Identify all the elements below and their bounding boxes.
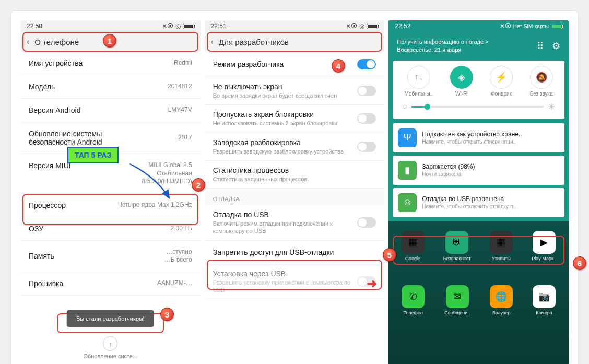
tap-5-times-label: ТАП 5 РАЗ (67, 147, 119, 163)
signal-icon: ◎ (175, 22, 181, 30)
brightness-high-icon: ☀ (548, 102, 555, 112)
play-icon: ▶ (533, 231, 556, 254)
app-messages[interactable]: ✉Сообщени.. (444, 285, 470, 315)
toggle-usb-debug[interactable] (357, 217, 376, 228)
home-screen: ▦Google ⛨Безопасност ▦Утилиты ▶Play Марк… (388, 221, 569, 364)
notif-usb-debug[interactable]: ☺ Отладка по USB разрешенаНажмите, чтобы… (393, 188, 564, 217)
row-revoke-usb[interactable]: Запретить доступ для USB-отладки (205, 241, 385, 264)
silent-icon: 🔕 (530, 66, 553, 89)
grid-icon[interactable]: ⠿ (537, 40, 544, 52)
badge-3: 3 (160, 308, 174, 321)
wifi-icon: ◈ (450, 66, 473, 89)
battery-charging-icon: ▮ (398, 161, 417, 180)
weather-bar[interactable]: Получить информацию о погоде > Воскресен… (388, 32, 569, 61)
status-bar: 22:51 ✕⦿ ◎ (205, 20, 385, 32)
header-title: О телефоне (34, 38, 79, 46)
toggle-skip-lock[interactable] (357, 113, 376, 124)
header-title: Для разработчиков (219, 38, 289, 46)
app-security[interactable]: ⛨Безопасност (443, 231, 471, 261)
arrow-enable-icon: ➜ (367, 276, 377, 291)
sim-status: Нет SIM-карты (513, 24, 549, 29)
toggle-keep-screen[interactable] (357, 86, 376, 96)
toggle-oem-unlock[interactable] (357, 142, 376, 152)
row-android-version[interactable]: Версия Android LMY47V (20, 99, 201, 122)
app-phone[interactable]: ✆Телефон (402, 285, 425, 315)
qs-silent[interactable]: 🔕Без звука (530, 66, 553, 97)
vibrate-icon: ✕⦿ (162, 22, 173, 30)
quick-settings: ↑↓Мобильны.. ◈Wi-Fi ⚡Фонарик 🔕Без звука … (393, 61, 564, 119)
vibrate-icon: ✕⦿ (500, 22, 511, 30)
android-icon: ☺ (398, 193, 417, 212)
dev-list: Режим разработчика Не выключать экранВо … (205, 52, 385, 364)
brightness-slider[interactable]: ○ ☀ (396, 97, 561, 114)
header-developer[interactable]: ‹ Для разработчиков (205, 32, 385, 52)
folder-icon: ▦ (490, 231, 513, 254)
row-install-usb[interactable]: Установка через USBРазрешить установку п… (205, 264, 385, 300)
row-storage[interactable]: Память …ступно …Б всего (20, 241, 201, 272)
app-google[interactable]: ▦Google (402, 231, 425, 261)
row-keep-screen[interactable]: Не выключать экранВо время зарядки экран… (205, 77, 385, 105)
row-device-name[interactable]: Имя устройства Redmi (20, 52, 201, 75)
section-debug: ОТЛАДКА (205, 189, 385, 205)
badge-1: 1 (103, 34, 116, 48)
badge-4: 4 (332, 59, 345, 73)
row-dev-mode[interactable]: Режим разработчика (205, 52, 385, 77)
row-usb-debug[interactable]: Отладка по USBВключить режим отладки при… (205, 205, 385, 241)
status-icons: ✕⦿ ◎ (162, 22, 194, 30)
vibrate-icon: ✕⦿ (346, 22, 357, 30)
status-icons: ✕⦿ ◎ (346, 22, 378, 30)
status-time: 22:51 (211, 22, 227, 30)
row-firmware[interactable]: Прошивка AANUZM-… (20, 272, 201, 296)
app-play[interactable]: ▶Play Марк.. (532, 231, 556, 261)
back-icon[interactable]: ‹ (211, 37, 214, 46)
battery-icon (367, 24, 378, 29)
shield-icon: ⛨ (445, 231, 468, 254)
arrow-tap (125, 161, 177, 203)
usb-icon: Ψ (398, 128, 417, 147)
toast-developer: Вы стали разработчиком! (67, 310, 154, 327)
back-icon[interactable]: ‹ (27, 37, 29, 46)
update-bar[interactable]: ↑ Обновление систе... (20, 331, 201, 364)
phone-notifications: 22:52 ✕⦿ Нет SIM-карты Получить информац… (388, 20, 569, 364)
row-ram[interactable]: ОЗУ 2,00 ГБ (20, 217, 201, 241)
status-time: 22:52 (395, 22, 410, 30)
toggle-dev-mode[interactable] (357, 59, 376, 69)
app-tools[interactable]: ▦Утилиты (490, 231, 513, 261)
message-icon: ✉ (446, 285, 469, 308)
camera-icon: 📷 (533, 285, 556, 308)
globe-icon: 🌐 (490, 285, 513, 308)
torch-icon: ⚡ (490, 66, 513, 89)
qs-wifi[interactable]: ◈Wi-Fi (450, 66, 473, 97)
app-browser[interactable]: 🌐Браузер (490, 285, 513, 315)
signal-icon: ◎ (359, 22, 364, 30)
phone-developer: 22:51 ✕⦿ ◎ ‹ Для разработчиков Режим раз… (205, 20, 385, 364)
row-model[interactable]: Модель 2014812 (20, 75, 201, 99)
folder-icon: ▦ (402, 231, 425, 254)
row-skip-lock[interactable]: Пропускать экран блокировкиНе использова… (205, 105, 385, 133)
gear-icon[interactable]: ⚙ (552, 40, 560, 52)
phone-icon: ✆ (402, 285, 425, 308)
brightness-low-icon: ○ (402, 102, 407, 111)
qs-torch[interactable]: ⚡Фонарик (490, 66, 513, 97)
battery-icon (551, 24, 562, 29)
notif-charging[interactable]: ▮ Заряжается (98%)Почти заряжена (393, 156, 564, 185)
badge-6: 6 (573, 256, 586, 270)
app-camera[interactable]: 📷Камера (533, 285, 556, 315)
mobile-data-icon: ↑↓ (407, 66, 430, 89)
notif-usb-storage[interactable]: Ψ Подключен как устройство хране..Нажмит… (393, 123, 564, 152)
status-bar: 22:52 ✕⦿ Нет SIM-карты (388, 20, 569, 32)
notification-list: Ψ Подключен как устройство хране..Нажмит… (393, 123, 564, 217)
tutorial-container: 22:50 ✕⦿ ◎ ‹ О телефоне Имя устройства R… (10, 10, 579, 364)
badge-2: 2 (192, 178, 205, 192)
arrow-up-icon: ↑ (103, 336, 117, 351)
row-proc-stats[interactable]: Статистика процессовСтатистика запущенны… (205, 161, 385, 189)
status-icons: ✕⦿ Нет SIM-карты (500, 22, 562, 30)
battery-icon (183, 24, 194, 29)
badge-5: 5 (383, 248, 396, 262)
qs-mobile[interactable]: ↑↓Мобильны.. (405, 66, 433, 97)
row-oem-unlock[interactable]: Заводская разблокировкаРазрешить заводск… (205, 133, 385, 161)
status-time: 22:50 (27, 22, 42, 30)
status-bar: 22:50 ✕⦿ ◎ (20, 20, 201, 32)
